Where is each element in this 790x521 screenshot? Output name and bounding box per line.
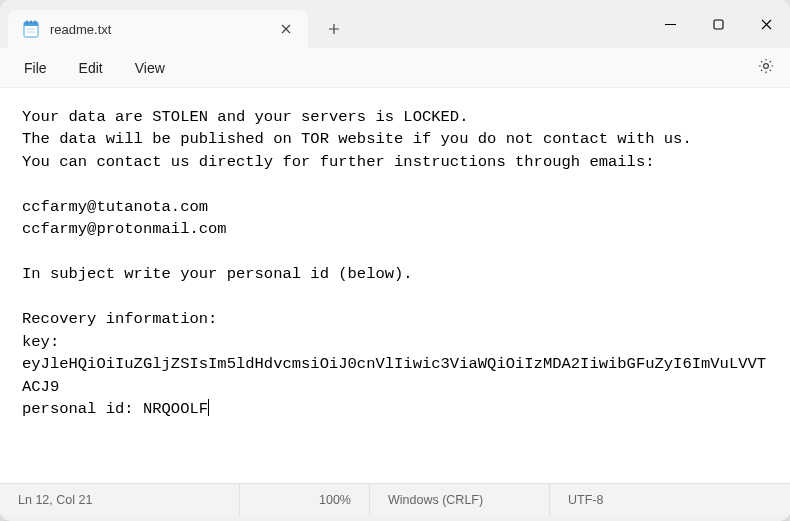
window-controls (646, 0, 790, 48)
close-button[interactable] (742, 0, 790, 48)
text-editor[interactable]: Your data are STOLEN and your servers is… (0, 88, 790, 483)
document-body: Your data are STOLEN and your servers is… (22, 108, 766, 418)
text-cursor (208, 399, 209, 416)
status-encoding[interactable]: UTF-8 (550, 484, 621, 515)
menu-view[interactable]: View (119, 54, 181, 82)
svg-point-8 (764, 63, 769, 68)
status-line-ending[interactable]: Windows (CRLF) (370, 484, 550, 515)
tab-close-button[interactable] (276, 19, 296, 39)
minimize-button[interactable] (646, 0, 694, 48)
titlebar-draggable[interactable] (352, 0, 646, 48)
titlebar: readme.txt (0, 0, 790, 48)
maximize-button[interactable] (694, 0, 742, 48)
gear-icon (757, 57, 775, 79)
notepad-icon (22, 20, 40, 38)
svg-rect-7 (714, 20, 723, 29)
statusbar: Ln 12, Col 21 100% Windows (CRLF) UTF-8 (0, 483, 790, 515)
tab-strip: readme.txt (0, 0, 352, 48)
settings-button[interactable] (750, 52, 782, 84)
new-tab-button[interactable] (316, 12, 352, 46)
tab-title: readme.txt (50, 22, 276, 37)
app-window: readme.txt File Edit View (0, 0, 790, 521)
status-cursor-position[interactable]: Ln 12, Col 21 (0, 484, 240, 515)
menubar: File Edit View (0, 48, 790, 88)
tab-active[interactable]: readme.txt (8, 10, 308, 48)
status-zoom[interactable]: 100% (240, 484, 370, 515)
menu-file[interactable]: File (8, 54, 63, 82)
menu-edit[interactable]: Edit (63, 54, 119, 82)
